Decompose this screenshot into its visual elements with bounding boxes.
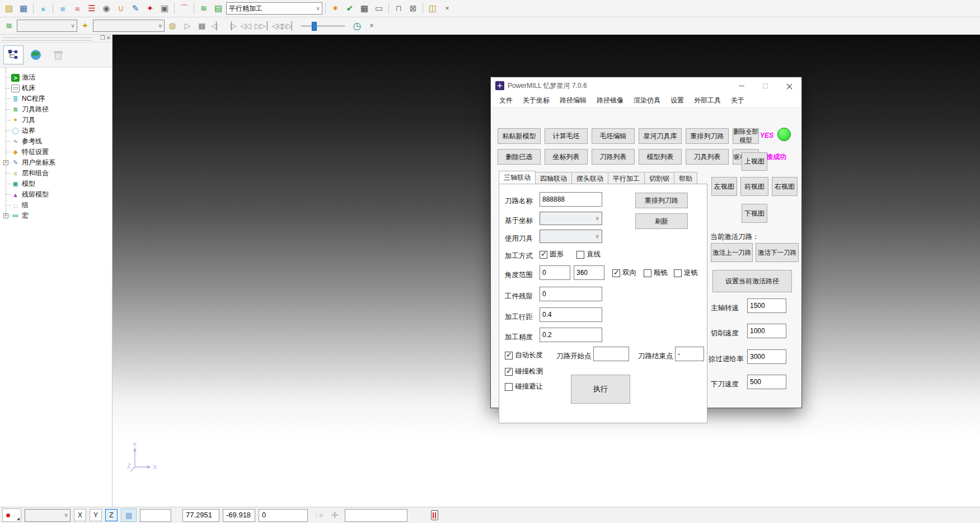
dialog-titlebar[interactable]: PowerMILL 忆梦星河 7.0.6 [491,77,801,94]
lightbulb-icon[interactable]: ◍ [166,19,179,32]
cylinders-icon[interactable]: ◫ [426,2,439,15]
circle-checkbox[interactable]: 圆形 [540,250,564,259]
tab-3axis[interactable]: 三轴联动 [499,171,536,184]
tree-item-groups[interactable]: □ 组 [3,200,112,211]
pause-icon[interactable]: ▮▮ [195,19,208,32]
clock-icon[interactable]: ◷ [350,19,364,32]
menu-render-sim[interactable]: 渲染仿真 [629,94,665,107]
tree-item-stock-models[interactable]: ▲ 残留模型 [3,189,112,200]
shaded-view-icon[interactable]: ● [36,2,50,15]
based-coord-select[interactable]: ˅ [540,212,602,225]
rearrange-button[interactable]: 重排列刀路 [635,193,688,208]
measure-field[interactable] [345,509,407,522]
strategy-combo[interactable]: 平行精加工 ˅ [226,2,322,15]
plunge-speed-input[interactable] [747,375,786,389]
block-edit-button[interactable]: 毛坯编辑 [592,128,635,144]
toolpath-list-button[interactable]: 刀路列表 [592,149,635,165]
menu-path-edit[interactable]: 路径编辑 [555,94,592,107]
trash-button[interactable] [48,45,68,64]
tree-item-tools[interactable]: ✦ 刀具 [3,115,112,125]
sim-speed-slider-handle[interactable] [312,22,317,31]
play-icon[interactable]: ▷ [180,19,194,32]
tab-parallel[interactable]: 平行加工 [608,172,645,184]
tree-item-toolpaths[interactable]: ≋ 刀具路径 [3,104,112,115]
spindle-speed-input[interactable] [747,298,786,313]
start-point-input[interactable] [593,347,629,361]
tool-library-button[interactable]: 星河刀具库 [639,128,682,144]
workplane-combo[interactable]: ˅ [25,509,71,522]
xyz-list-icon[interactable]: ⋮≡ [311,508,325,522]
step-forward-icon[interactable]: ▕▷ [224,19,237,32]
stepover-input[interactable] [540,307,602,322]
view-bottom-button[interactable]: 下视图 [742,204,767,223]
close-button[interactable] [777,77,801,94]
tool-verify-icon[interactable]: ✔ [343,2,357,15]
collision-avoid-checkbox[interactable]: 碰撞避让 [505,382,543,391]
conventional-checkbox[interactable]: 逆铣 [674,268,698,278]
minimize-button[interactable] [729,77,753,94]
panel-grips[interactable]: ❐ ✕ [0,35,112,43]
sim-tool-icon[interactable]: ✦ [78,19,92,32]
go-to-end-icon[interactable]: ▷▷▏ [282,19,296,32]
sim-tool-combo[interactable]: ˅ [93,20,165,32]
tool-fire-icon[interactable]: ✶ [329,2,342,15]
refresh-button[interactable]: 刷新 [635,213,688,229]
bidirectional-checkbox[interactable]: 双向 [612,268,636,278]
tree-item-nc-program[interactable]: ≣ NC程序 [3,94,112,104]
toolpath-spiral-icon[interactable]: ≋ [197,2,210,15]
axis-y-button[interactable]: Y [90,509,102,521]
prev-toolpath-button[interactable]: 激活上一刀路 [711,243,753,262]
tree-item-machine[interactable]: ▭ 机床 [3,83,112,94]
sim-toolpath-combo[interactable]: ˅ [17,20,77,32]
points-icon[interactable]: ✦ [143,2,157,15]
globe-view-button[interactable] [26,45,46,64]
close-toolbar-icon[interactable]: × [440,2,454,15]
maximize-button[interactable] [753,77,777,94]
tool-holder-icon[interactable]: ⌒ [177,2,191,15]
go-to-start-icon[interactable]: ▏◁◁ [268,19,281,32]
view-left-button[interactable]: 左视图 [711,177,737,196]
toolpath-spiral-icon[interactable]: ≋ [2,19,16,32]
close-toolbar-icon[interactable]: × [365,19,378,32]
tab-saw[interactable]: 切割锯 [644,172,674,184]
probe-icon[interactable]: ✛ [328,508,341,522]
menu-coords[interactable]: 关于坐标 [518,94,555,107]
view-top-button[interactable]: 上视图 [742,152,767,171]
tree-item-levels-sets[interactable]: ≡ 层和组合 [3,168,112,179]
toolpath-zigzag-icon[interactable]: ≈ [71,2,84,15]
cutting-speed-input[interactable] [747,324,786,338]
angle-to-input[interactable] [574,265,604,280]
tool-assembly-icon[interactable]: ⊓ [392,2,405,15]
model-list-button[interactable]: 模型列表 [639,149,682,165]
fast-forward-icon[interactable]: ▷▷ [253,19,266,32]
tree-item-activate[interactable]: > 激活 [3,72,112,83]
tree-item-patterns[interactable]: ∿ 参考线 [3,136,112,147]
block-icon[interactable]: ■ [56,2,69,15]
use-tool-select[interactable]: ˅ [540,230,602,243]
collision-check-checkbox[interactable]: 碰撞检测 [505,367,543,376]
ruler-icon[interactable]: ▭ [372,2,386,15]
angle-from-input[interactable] [540,265,570,280]
edit-path-icon[interactable]: ✎ [129,2,142,15]
tree-view-button[interactable] [3,45,24,64]
skim-feed-input[interactable] [747,349,786,364]
save-file-icon[interactable]: ▦ [17,2,30,15]
viewport-canvas[interactable]: Y X Z PowerMILL 忆梦星河 7.0.6 文件 关于坐标 路径编辑 … [112,35,980,507]
tab-help[interactable]: 帮助 [674,172,697,184]
paste-model-button[interactable]: 粘贴新模型 [498,128,541,144]
tree-item-boundaries[interactable]: ◯ 边界 [3,125,112,136]
view-front-button[interactable]: 前视图 [740,177,768,196]
tool-swap-icon[interactable]: ⊠ [406,2,420,15]
axis-z-button[interactable]: Z [105,509,118,521]
stock-input[interactable] [540,287,602,301]
close-panel-icon[interactable]: ✕ [106,35,111,41]
menu-settings[interactable]: 设置 [665,94,689,107]
menu-external-tools[interactable]: 外部工具 [689,94,726,107]
calculator-icon[interactable]: ▦ [358,2,371,15]
coord-list-button[interactable]: 坐标列表 [545,149,588,165]
rewind-icon[interactable]: ◁◁ [238,19,252,32]
view-right-button[interactable]: 右视图 [772,177,798,196]
open-file-icon[interactable]: ▨ [2,2,16,15]
tab-head-tilt[interactable]: 摆头联动 [571,172,608,184]
toolpath-list-icon[interactable]: ☰ [85,2,99,15]
